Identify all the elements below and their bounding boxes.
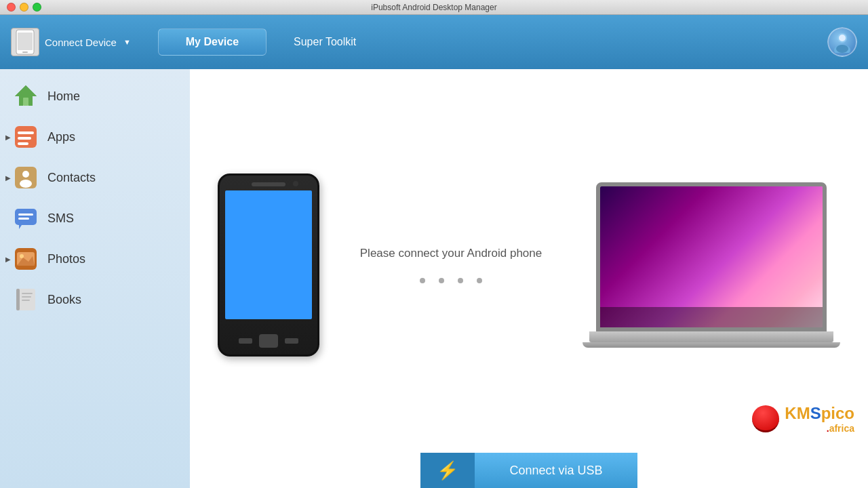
kms-k: K [785,404,796,422]
books-svg-icon [14,287,38,312]
contacts-label: Contacts [47,171,96,185]
books-icon [14,287,38,312]
connect-device-label: Connect Device [45,37,117,48]
connect-device-button[interactable]: Connect Device ▼ [11,28,131,56]
svg-rect-22 [18,218,29,220]
sms-label: SMS [47,211,74,226]
books-label: Books [47,293,81,307]
svg-rect-29 [22,293,33,294]
kmspico-logo-icon [752,405,779,432]
photos-svg-icon [14,247,38,271]
svg-marker-20 [19,225,22,229]
maximize-button[interactable] [33,3,41,12]
kms-dot: . [827,423,829,434]
contacts-arrow-icon: ▶ [5,174,11,182]
apps-arrow-icon: ▶ [5,134,11,141]
window-controls [7,3,41,12]
dot-1 [420,278,425,283]
phone-speaker [252,182,285,186]
svg-point-6 [836,45,848,53]
laptop-device [583,182,840,348]
contacts-icon [14,165,38,190]
svg-rect-9 [23,98,28,106]
kms-pico: pico [821,404,854,422]
sidebar-item-books[interactable]: Books [0,279,190,320]
connect-area: Please connect your Android phone [190,174,868,357]
user-icon [831,31,853,53]
contacts-svg-icon [14,165,38,190]
kmspico-text: KMSpico .africa [785,404,854,434]
kms-m: M [797,404,810,422]
svg-rect-31 [22,300,30,301]
watermark: KMSpico .africa [752,404,854,434]
tab-my-device[interactable]: My Device [158,28,267,56]
connection-status-area: Please connect your Android phone [360,247,542,283]
svg-rect-19 [15,209,37,225]
phone-back-btn [239,338,252,344]
svg-point-5 [839,35,846,41]
device-icon [11,28,39,56]
avatar[interactable] [827,27,857,57]
photos-label: Photos [47,252,85,266]
laptop-base [589,331,833,342]
home-label: Home [47,89,80,104]
dot-3 [458,278,463,283]
main-content: Please connect your Android phone [190,69,868,488]
connection-dots [420,278,482,283]
dot-2 [439,278,444,283]
kms-s: S [810,404,821,422]
sidebar-item-home[interactable]: Home [0,76,190,117]
tab-super-toolkit[interactable]: Super Toolkit [267,29,383,55]
svg-rect-30 [22,296,31,298]
svg-rect-14 [18,137,31,140]
laptop-bottom [583,342,840,348]
svg-rect-15 [18,142,28,145]
sms-svg-icon [14,206,38,230]
home-icon [14,84,38,108]
usb-icon-box: ⚡ [420,453,475,488]
sidebar-item-contacts[interactable]: ▶ Contacts [0,157,190,198]
app-body: Home ▶ Apps ▶ [0,69,868,488]
dropdown-arrow-icon: ▼ [123,38,131,46]
photos-arrow-icon: ▶ [5,256,11,263]
svg-rect-28 [16,289,20,310]
svg-rect-1 [18,33,33,50]
phone-menu-btn [285,338,298,344]
svg-point-18 [20,180,32,188]
svg-rect-21 [18,214,33,216]
usb-button-container: ⚡ Connect via USB [420,453,637,488]
sidebar-item-sms[interactable]: SMS [0,198,190,239]
sidebar-item-photos[interactable]: ▶ Photos [0,239,190,279]
svg-rect-13 [18,131,34,134]
kms-africa: .africa [785,423,854,434]
usb-icon: ⚡ [437,460,458,481]
svg-point-17 [22,171,29,178]
laptop-screen-outer [596,182,827,331]
phone-camera [293,181,298,186]
phone-device [218,174,319,357]
avatar-image [827,27,857,57]
sidebar: Home ▶ Apps ▶ [0,69,190,488]
nav-tabs: My Device Super Toolkit [158,15,383,69]
phone-screen [225,190,312,319]
home-svg-icon [14,84,38,108]
svg-rect-2 [22,52,28,53]
usb-button-label: Connect via USB [475,464,637,478]
connect-usb-button[interactable]: ⚡ Connect via USB [420,453,637,488]
sms-icon [14,206,38,230]
dot-4 [477,278,482,283]
close-button[interactable] [7,3,16,12]
titlebar: iPubsoft Android Desktop Manager [0,0,868,15]
phone-home-btn [259,334,278,348]
phone-small-icon [14,29,36,55]
apps-label: Apps [47,130,75,144]
sidebar-item-apps[interactable]: ▶ Apps [0,117,190,157]
phone-illustration [218,174,319,357]
apps-icon [14,125,38,149]
photos-icon [14,247,38,271]
phone-bottom-buttons [239,334,298,348]
header: Connect Device ▼ My Device Super Toolkit [0,15,868,69]
minimize-button[interactable] [20,3,28,12]
svg-marker-11 [15,85,37,96]
connect-message: Please connect your Android phone [360,247,542,260]
